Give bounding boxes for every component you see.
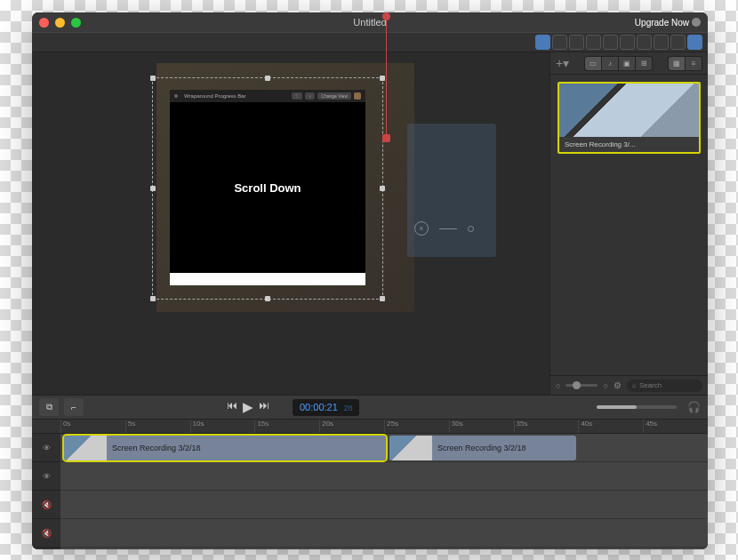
link-tool-icon[interactable] xyxy=(687,35,702,50)
grid-view-icon[interactable]: ▦ xyxy=(669,57,685,70)
preview-title: Wraparound Progress Bar xyxy=(184,93,246,99)
preview-header: Wraparound Progress Bar ♡ ⑂ Change View xyxy=(170,90,365,102)
resize-handle-l[interactable] xyxy=(150,186,156,191)
close-node-icon: × xyxy=(414,221,429,236)
media-sidebar: +▾ ▭ ♪ ▣ ⊞ ▦ ≡ Screen Recording 3/... ○ xyxy=(549,52,708,395)
tick: 30s xyxy=(449,420,514,433)
volume-slider[interactable] xyxy=(597,405,677,409)
search-input[interactable]: ⌕ Search xyxy=(627,380,702,392)
ruler[interactable]: 0s 5s 10s 15s 20s 25s 30s 35s 40s 45s xyxy=(32,420,708,434)
tab-text[interactable]: ⊞ xyxy=(636,57,652,70)
sidebar-tabs: +▾ ▭ ♪ ▣ ⊞ ▦ ≡ xyxy=(550,52,708,75)
tick: 40s xyxy=(578,420,643,433)
tick: 35s xyxy=(514,420,579,433)
play-button[interactable]: ▶ xyxy=(243,399,253,415)
annotate-tool-icon[interactable] xyxy=(552,35,567,50)
track-eye-icon[interactable]: 👁 xyxy=(32,434,60,462)
add-media-button[interactable]: +▾ xyxy=(556,56,569,70)
minimize-icon[interactable] xyxy=(55,18,65,28)
content-area: Wraparound Progress Bar ♡ ⑂ Change View … xyxy=(32,52,708,395)
playback-controls: ⏮ ▶ ⏭ xyxy=(227,399,269,415)
track-row[interactable] xyxy=(60,519,708,548)
timecode-main: 00:00:21 xyxy=(300,402,338,412)
tick: 45s xyxy=(643,420,708,433)
pen-tool-icon[interactable] xyxy=(654,35,669,50)
tick: 25s xyxy=(384,420,449,433)
track-headers: 👁 👁 🔇 🔇 xyxy=(32,434,60,549)
track-eye-icon[interactable]: 👁 xyxy=(32,462,60,491)
overlay-nodes: × xyxy=(414,221,474,236)
sidebar-footer: ○ ○ ⚙ ⌕ Search xyxy=(550,375,708,395)
track-mute-icon[interactable]: 🔇 xyxy=(32,491,60,519)
tick: 5s xyxy=(125,420,190,433)
track-row[interactable]: Screen Recording 3/2/18 Screen Recording… xyxy=(60,434,708,462)
cursor-tool-icon[interactable] xyxy=(603,35,618,50)
node-connector xyxy=(439,228,457,229)
tick: 0s xyxy=(60,420,125,433)
preview-dot-icon xyxy=(174,94,178,98)
track-area[interactable]: Screen Recording 3/2/18 Screen Recording… xyxy=(60,434,708,549)
overlay-panel xyxy=(407,124,496,257)
close-icon[interactable] xyxy=(39,18,49,28)
timer-tool-icon[interactable] xyxy=(569,35,584,50)
resize-handle-t[interactable] xyxy=(265,76,270,81)
fork-icon: ⑂ xyxy=(305,92,315,100)
track-row[interactable] xyxy=(60,491,708,519)
preview-body: Scroll Down xyxy=(170,102,365,273)
split-button[interactable]: ⧉ xyxy=(39,398,59,416)
resize-handle-tl[interactable] xyxy=(150,76,156,81)
resize-handle-r[interactable] xyxy=(380,186,385,191)
media-item[interactable]: Screen Recording 3/... xyxy=(558,82,701,154)
change-view-button: Change View xyxy=(317,92,351,100)
titlebar: Untitled Upgrade Now xyxy=(32,12,708,32)
tab-audio[interactable]: ♪ xyxy=(602,57,618,70)
zoom-in-icon[interactable]: ○ xyxy=(603,381,607,390)
thumb-size-slider[interactable] xyxy=(566,384,598,387)
upgrade-button[interactable]: Upgrade Now xyxy=(635,18,701,28)
crop-button[interactable]: ⌐ xyxy=(64,398,84,416)
resize-handle-tr[interactable] xyxy=(380,76,385,81)
record-tool-icon[interactable] xyxy=(535,35,550,50)
highlight-tool-icon[interactable] xyxy=(637,35,652,50)
window-title: Untitled xyxy=(353,17,386,28)
search-icon: ⌕ xyxy=(632,381,637,389)
tab-photos[interactable]: ▣ xyxy=(619,57,635,70)
share-tool-icon[interactable] xyxy=(670,35,686,50)
preview-text: Scroll Down xyxy=(234,181,301,195)
search-placeholder: Search xyxy=(639,381,662,389)
sidebar-filter-group: ▭ ♪ ▣ ⊞ xyxy=(584,56,653,71)
toolbar-tools xyxy=(530,33,708,52)
timecode[interactable]: 00:00:21 28 xyxy=(293,399,359,416)
clip-thumbnail xyxy=(64,436,107,460)
clip-thumbnail xyxy=(389,436,432,460)
next-button[interactable]: ⏭ xyxy=(259,399,269,415)
heart-icon: ♡ xyxy=(292,92,302,100)
resize-handle-br[interactable] xyxy=(380,296,385,301)
playhead[interactable] xyxy=(386,12,387,142)
canvas[interactable]: Wraparound Progress Bar ♡ ⑂ Change View … xyxy=(32,52,549,395)
list-view-icon[interactable]: ≡ xyxy=(686,57,702,70)
trim-tool-icon[interactable] xyxy=(620,35,635,50)
prev-button[interactable]: ⏮ xyxy=(227,399,237,415)
track-mute-icon[interactable]: 🔇 xyxy=(32,519,60,548)
tick: 10s xyxy=(190,420,255,433)
gear-icon[interactable]: ⚙ xyxy=(614,380,622,390)
clip-label: Screen Recording 3/2/18 xyxy=(107,444,206,452)
display-tool-icon[interactable] xyxy=(586,35,601,50)
tab-media[interactable]: ▭ xyxy=(585,57,601,70)
media-label: Screen Recording 3/... xyxy=(559,137,699,152)
track-row[interactable] xyxy=(60,462,708,491)
sidebar-view-group: ▦ ≡ xyxy=(668,56,702,71)
tick: 20s xyxy=(319,420,384,433)
resize-handle-b[interactable] xyxy=(265,296,270,301)
traffic-lights xyxy=(39,18,81,28)
zoom-icon[interactable] xyxy=(71,18,81,28)
toolbar xyxy=(32,32,708,52)
zoom-out-icon[interactable]: ○ xyxy=(556,381,560,390)
clip[interactable]: Screen Recording 3/2/18 xyxy=(389,436,576,460)
headphones-icon[interactable]: 🎧 xyxy=(687,401,701,413)
resize-handle-bl[interactable] xyxy=(150,296,156,301)
video-preview: Wraparound Progress Bar ♡ ⑂ Change View … xyxy=(170,90,365,285)
clip-selected[interactable]: Screen Recording 3/2/18 xyxy=(64,436,386,460)
transport-bar: ⧉ ⌐ ⏮ ▶ ⏭ 00:00:21 28 🎧 xyxy=(32,395,708,420)
